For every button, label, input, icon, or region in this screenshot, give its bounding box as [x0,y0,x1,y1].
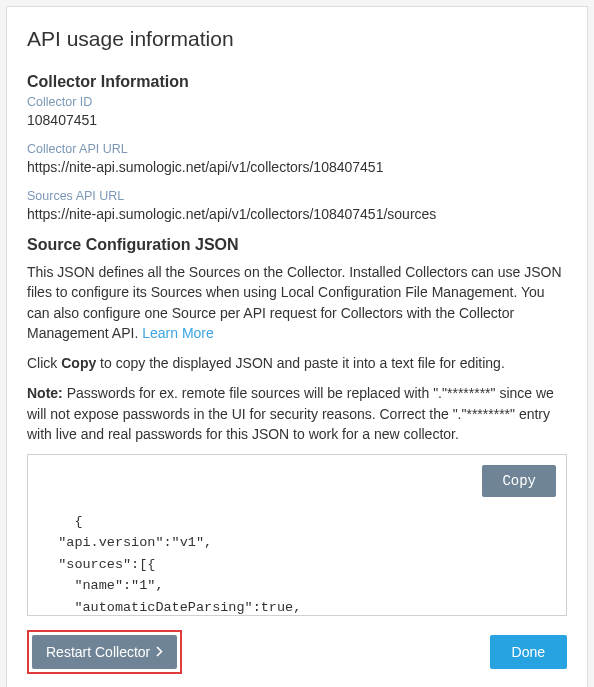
collector-id-value: 108407451 [27,112,567,128]
restart-collector-button[interactable]: Restart Collector [32,635,177,669]
note-prefix: Note: [27,385,63,401]
chevron-right-icon [156,644,163,660]
note-text: Note: Passwords for ex. remote file sour… [27,383,567,444]
copy-instruction: Click Copy to copy the displayed JSON an… [27,353,567,373]
api-usage-modal: API usage information Collector Informat… [6,6,588,687]
collector-info-heading: Collector Information [27,73,567,91]
learn-more-link[interactable]: Learn More [142,325,214,341]
collector-id-label: Collector ID [27,95,567,109]
collector-api-url-label: Collector API URL [27,142,567,156]
note-body: Passwords for ex. remote file sources wi… [27,385,554,442]
json-content: { "api.version":"v1", "sources":[{ "name… [42,514,350,617]
source-config-description: This JSON defines all the Sources on the… [27,262,567,343]
collector-api-url-value: https://nite-api.sumologic.net/api/v1/co… [27,159,567,175]
sources-api-url-value: https://nite-api.sumologic.net/api/v1/co… [27,206,567,222]
copy-word: Copy [61,355,96,371]
modal-footer: Restart Collector Done [27,630,567,674]
json-code-block: Copy { "api.version":"v1", "sources":[{ … [27,454,567,616]
description-text: This JSON defines all the Sources on the… [27,264,562,341]
sources-api-url-label: Sources API URL [27,189,567,203]
page-title: API usage information [27,27,567,51]
click-suffix: to copy the displayed JSON and paste it … [96,355,505,371]
restart-highlight-box: Restart Collector [27,630,182,674]
restart-label: Restart Collector [46,644,150,660]
source-config-heading: Source Configuration JSON [27,236,567,254]
done-button[interactable]: Done [490,635,567,669]
copy-button[interactable]: Copy [482,465,556,497]
click-prefix: Click [27,355,61,371]
